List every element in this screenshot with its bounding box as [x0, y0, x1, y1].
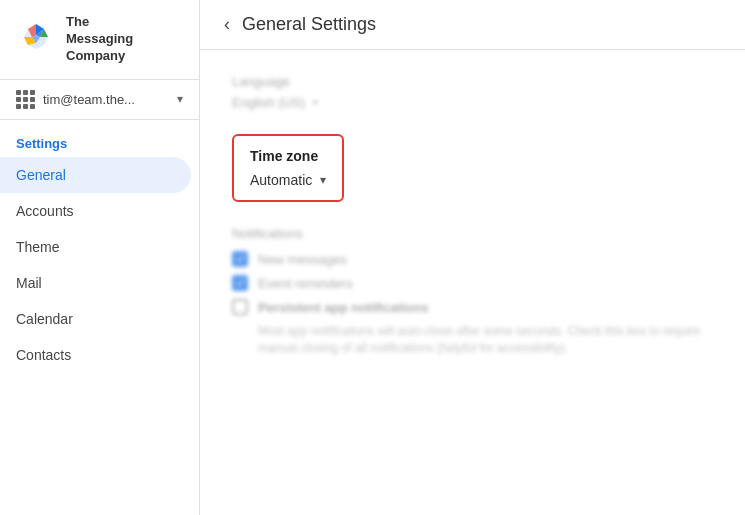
main-panel: ‹ General Settings Language English (US)…: [200, 0, 745, 515]
back-button[interactable]: ‹: [224, 14, 230, 35]
sidebar-item-theme[interactable]: Theme: [0, 229, 191, 265]
timezone-section: Time zone Automatic ▾: [232, 134, 713, 202]
persistent-subtext: Most app notifications will auto-close a…: [258, 323, 713, 357]
logo-icon: [16, 19, 56, 59]
timezone-box: Time zone Automatic ▾: [232, 134, 344, 202]
timezone-arrow-icon: ▾: [320, 173, 326, 187]
user-row[interactable]: tim@team.the... ▾: [0, 80, 199, 120]
event-reminders-label: Event reminders: [258, 276, 353, 291]
new-messages-label: New messages: [258, 252, 347, 267]
main-content: Language English (US) • Time zone Automa…: [200, 50, 745, 515]
persistent-label: Persistent app notifications: [258, 300, 428, 315]
sidebar-item-mail[interactable]: Mail: [0, 265, 191, 301]
notif-item-event-reminders: Event reminders: [232, 275, 713, 291]
settings-section-label: Settings: [0, 120, 199, 157]
notifications-label: Notifications: [232, 226, 713, 241]
notifications-section: Notifications New messages Event reminde…: [232, 226, 713, 357]
main-header: ‹ General Settings: [200, 0, 745, 50]
user-email: tim@team.the...: [43, 92, 169, 107]
sidebar: The Messaging Company tim@team.the... ▾ …: [0, 0, 200, 515]
notif-item-new-messages: New messages: [232, 251, 713, 267]
language-value: English (US) •: [232, 95, 713, 110]
chevron-down-icon: ▾: [177, 92, 183, 106]
sidebar-item-calendar[interactable]: Calendar: [0, 301, 191, 337]
event-reminders-checkbox: [232, 275, 248, 291]
sidebar-item-general[interactable]: General: [0, 157, 191, 193]
page-title: General Settings: [242, 14, 376, 35]
logo: The Messaging Company: [0, 0, 199, 80]
language-section: Language English (US) •: [232, 74, 713, 110]
sidebar-item-contacts[interactable]: Contacts: [0, 337, 191, 373]
new-messages-checkbox: [232, 251, 248, 267]
persistent-checkbox: [232, 299, 248, 315]
grid-icon: [16, 90, 35, 109]
language-label: Language: [232, 74, 713, 89]
timezone-label: Time zone: [250, 148, 326, 164]
sidebar-item-accounts[interactable]: Accounts: [0, 193, 191, 229]
timezone-value: Automatic: [250, 172, 312, 188]
timezone-select[interactable]: Automatic ▾: [250, 172, 326, 188]
logo-text: The Messaging Company: [66, 14, 133, 65]
notif-item-persistent: Persistent app notifications: [232, 299, 713, 315]
